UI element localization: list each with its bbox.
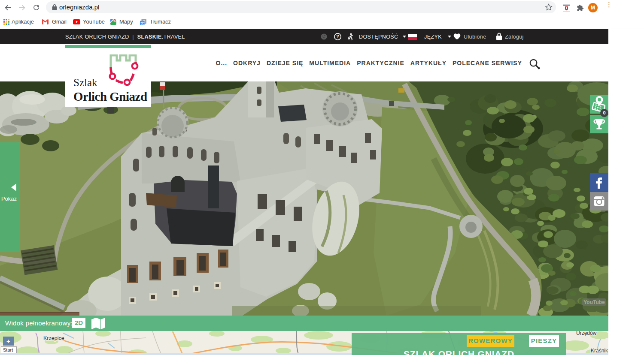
svg-text:Kraśnik: Kraśnik — [591, 348, 608, 354]
svg-text:Krzepice: Krzepice — [43, 335, 64, 341]
svg-text:YouTube: YouTube — [583, 299, 605, 305]
svg-text:?: ? — [336, 34, 339, 39]
svg-text:文: 文 — [140, 21, 144, 25]
svg-text:Urzędów: Urzędów — [576, 331, 597, 336]
